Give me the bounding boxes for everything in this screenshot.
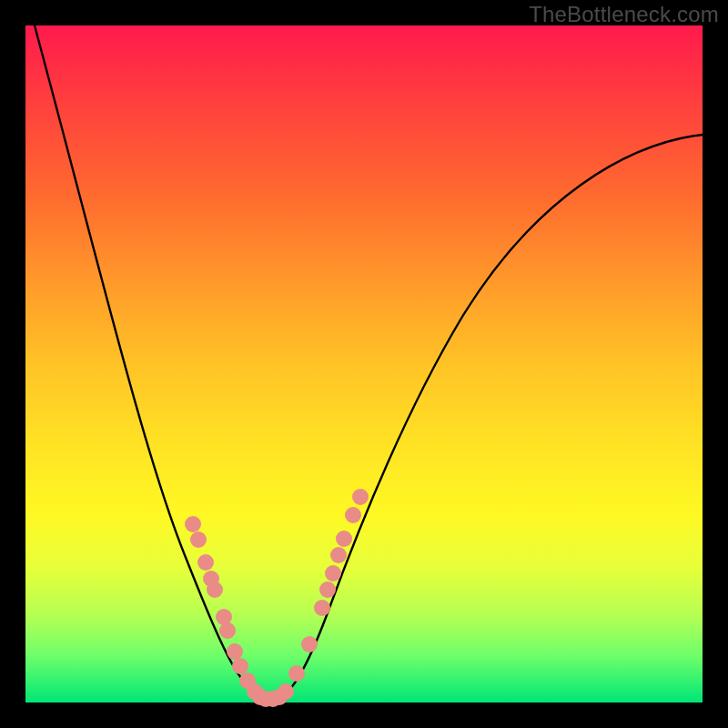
curve-markers (185, 489, 369, 707)
curve-marker (232, 658, 248, 674)
curve-marker (227, 643, 243, 660)
bottleneck-curve (35, 25, 703, 699)
curve-marker (190, 531, 207, 548)
curve-marker (319, 581, 336, 598)
curve-marker (185, 516, 201, 532)
curve-marker (314, 600, 330, 616)
curve-marker (278, 683, 294, 700)
curve-layer (25, 25, 703, 703)
curve-marker (207, 581, 223, 598)
curve-marker (336, 531, 352, 547)
curve-marker (219, 622, 236, 639)
curve-marker (345, 507, 361, 523)
chart-frame: TheBottleneck.com (0, 0, 728, 728)
curve-marker (288, 665, 305, 682)
curve-marker (352, 489, 369, 505)
curve-marker (325, 565, 341, 581)
curve-marker (301, 636, 318, 652)
watermark-text: TheBottleneck.com (529, 2, 719, 27)
curve-marker (197, 554, 214, 571)
curve-marker (330, 547, 347, 563)
